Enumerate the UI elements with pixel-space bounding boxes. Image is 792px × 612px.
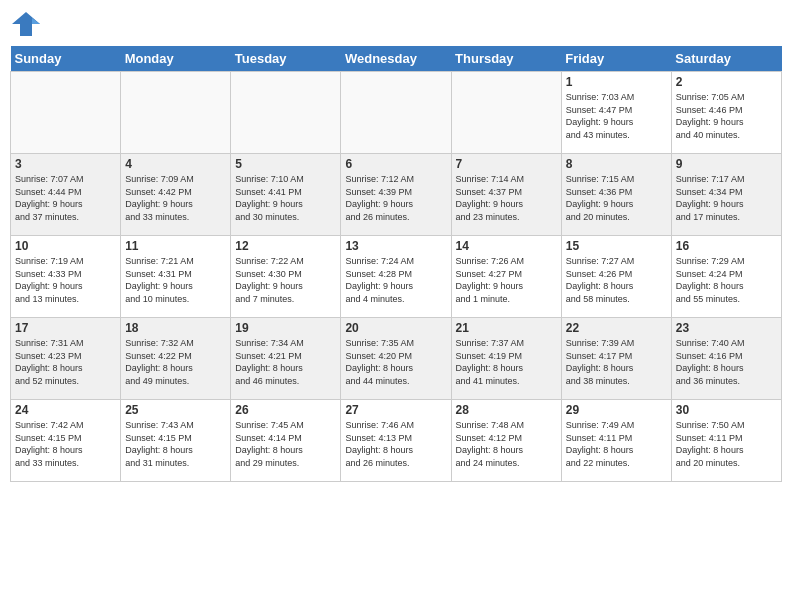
calendar-day-cell: 13Sunrise: 7:24 AM Sunset: 4:28 PM Dayli… — [341, 236, 451, 318]
day-number: 16 — [676, 239, 777, 253]
calendar-day-cell: 14Sunrise: 7:26 AM Sunset: 4:27 PM Dayli… — [451, 236, 561, 318]
day-number: 30 — [676, 403, 777, 417]
calendar-day-cell: 11Sunrise: 7:21 AM Sunset: 4:31 PM Dayli… — [121, 236, 231, 318]
calendar-day-cell: 4Sunrise: 7:09 AM Sunset: 4:42 PM Daylig… — [121, 154, 231, 236]
day-info: Sunrise: 7:17 AM Sunset: 4:34 PM Dayligh… — [676, 173, 777, 223]
day-info: Sunrise: 7:45 AM Sunset: 4:14 PM Dayligh… — [235, 419, 336, 469]
day-info: Sunrise: 7:14 AM Sunset: 4:37 PM Dayligh… — [456, 173, 557, 223]
calendar-day-cell: 1Sunrise: 7:03 AM Sunset: 4:47 PM Daylig… — [561, 72, 671, 154]
day-info: Sunrise: 7:19 AM Sunset: 4:33 PM Dayligh… — [15, 255, 116, 305]
day-info: Sunrise: 7:39 AM Sunset: 4:17 PM Dayligh… — [566, 337, 667, 387]
calendar-day-cell — [11, 72, 121, 154]
day-number: 13 — [345, 239, 446, 253]
calendar-day-cell: 23Sunrise: 7:40 AM Sunset: 4:16 PM Dayli… — [671, 318, 781, 400]
col-sunday: Sunday — [11, 46, 121, 72]
day-info: Sunrise: 7:24 AM Sunset: 4:28 PM Dayligh… — [345, 255, 446, 305]
day-number: 14 — [456, 239, 557, 253]
day-number: 11 — [125, 239, 226, 253]
day-number: 22 — [566, 321, 667, 335]
calendar-day-cell: 6Sunrise: 7:12 AM Sunset: 4:39 PM Daylig… — [341, 154, 451, 236]
day-number: 18 — [125, 321, 226, 335]
calendar-day-cell — [231, 72, 341, 154]
calendar-day-cell: 20Sunrise: 7:35 AM Sunset: 4:20 PM Dayli… — [341, 318, 451, 400]
calendar-day-cell: 29Sunrise: 7:49 AM Sunset: 4:11 PM Dayli… — [561, 400, 671, 482]
day-info: Sunrise: 7:07 AM Sunset: 4:44 PM Dayligh… — [15, 173, 116, 223]
calendar-day-cell: 18Sunrise: 7:32 AM Sunset: 4:22 PM Dayli… — [121, 318, 231, 400]
day-number: 17 — [15, 321, 116, 335]
day-info: Sunrise: 7:15 AM Sunset: 4:36 PM Dayligh… — [566, 173, 667, 223]
day-info: Sunrise: 7:09 AM Sunset: 4:42 PM Dayligh… — [125, 173, 226, 223]
day-number: 20 — [345, 321, 446, 335]
day-info: Sunrise: 7:03 AM Sunset: 4:47 PM Dayligh… — [566, 91, 667, 141]
calendar-day-cell: 7Sunrise: 7:14 AM Sunset: 4:37 PM Daylig… — [451, 154, 561, 236]
calendar-day-cell: 8Sunrise: 7:15 AM Sunset: 4:36 PM Daylig… — [561, 154, 671, 236]
calendar-week-row: 24Sunrise: 7:42 AM Sunset: 4:15 PM Dayli… — [11, 400, 782, 482]
calendar-day-cell: 2Sunrise: 7:05 AM Sunset: 4:46 PM Daylig… — [671, 72, 781, 154]
day-info: Sunrise: 7:37 AM Sunset: 4:19 PM Dayligh… — [456, 337, 557, 387]
day-number: 23 — [676, 321, 777, 335]
col-monday: Monday — [121, 46, 231, 72]
calendar-day-cell: 30Sunrise: 7:50 AM Sunset: 4:11 PM Dayli… — [671, 400, 781, 482]
calendar-day-cell: 27Sunrise: 7:46 AM Sunset: 4:13 PM Dayli… — [341, 400, 451, 482]
day-number: 27 — [345, 403, 446, 417]
calendar-day-cell: 26Sunrise: 7:45 AM Sunset: 4:14 PM Dayli… — [231, 400, 341, 482]
day-number: 15 — [566, 239, 667, 253]
day-info: Sunrise: 7:05 AM Sunset: 4:46 PM Dayligh… — [676, 91, 777, 141]
day-info: Sunrise: 7:40 AM Sunset: 4:16 PM Dayligh… — [676, 337, 777, 387]
day-info: Sunrise: 7:22 AM Sunset: 4:30 PM Dayligh… — [235, 255, 336, 305]
day-number: 4 — [125, 157, 226, 171]
day-info: Sunrise: 7:42 AM Sunset: 4:15 PM Dayligh… — [15, 419, 116, 469]
day-number: 21 — [456, 321, 557, 335]
day-number: 9 — [676, 157, 777, 171]
calendar-day-cell: 19Sunrise: 7:34 AM Sunset: 4:21 PM Dayli… — [231, 318, 341, 400]
day-number: 5 — [235, 157, 336, 171]
logo-icon — [10, 10, 42, 38]
logo — [10, 10, 46, 38]
calendar-day-cell — [121, 72, 231, 154]
calendar-week-row: 17Sunrise: 7:31 AM Sunset: 4:23 PM Dayli… — [11, 318, 782, 400]
day-number: 29 — [566, 403, 667, 417]
calendar-day-cell: 15Sunrise: 7:27 AM Sunset: 4:26 PM Dayli… — [561, 236, 671, 318]
day-number: 26 — [235, 403, 336, 417]
calendar-week-row: 10Sunrise: 7:19 AM Sunset: 4:33 PM Dayli… — [11, 236, 782, 318]
day-info: Sunrise: 7:10 AM Sunset: 4:41 PM Dayligh… — [235, 173, 336, 223]
day-info: Sunrise: 7:49 AM Sunset: 4:11 PM Dayligh… — [566, 419, 667, 469]
calendar-day-cell: 25Sunrise: 7:43 AM Sunset: 4:15 PM Dayli… — [121, 400, 231, 482]
day-info: Sunrise: 7:48 AM Sunset: 4:12 PM Dayligh… — [456, 419, 557, 469]
page-header — [10, 10, 782, 38]
calendar-header-row: Sunday Monday Tuesday Wednesday Thursday… — [11, 46, 782, 72]
day-number: 10 — [15, 239, 116, 253]
day-info: Sunrise: 7:27 AM Sunset: 4:26 PM Dayligh… — [566, 255, 667, 305]
day-info: Sunrise: 7:21 AM Sunset: 4:31 PM Dayligh… — [125, 255, 226, 305]
calendar-day-cell: 22Sunrise: 7:39 AM Sunset: 4:17 PM Dayli… — [561, 318, 671, 400]
day-number: 28 — [456, 403, 557, 417]
calendar-day-cell: 10Sunrise: 7:19 AM Sunset: 4:33 PM Dayli… — [11, 236, 121, 318]
day-info: Sunrise: 7:29 AM Sunset: 4:24 PM Dayligh… — [676, 255, 777, 305]
col-saturday: Saturday — [671, 46, 781, 72]
day-number: 8 — [566, 157, 667, 171]
calendar-day-cell: 16Sunrise: 7:29 AM Sunset: 4:24 PM Dayli… — [671, 236, 781, 318]
day-number: 24 — [15, 403, 116, 417]
day-info: Sunrise: 7:43 AM Sunset: 4:15 PM Dayligh… — [125, 419, 226, 469]
calendar-day-cell: 12Sunrise: 7:22 AM Sunset: 4:30 PM Dayli… — [231, 236, 341, 318]
calendar-day-cell: 3Sunrise: 7:07 AM Sunset: 4:44 PM Daylig… — [11, 154, 121, 236]
col-wednesday: Wednesday — [341, 46, 451, 72]
calendar-day-cell — [451, 72, 561, 154]
day-number: 12 — [235, 239, 336, 253]
day-number: 2 — [676, 75, 777, 89]
calendar-day-cell: 5Sunrise: 7:10 AM Sunset: 4:41 PM Daylig… — [231, 154, 341, 236]
calendar-day-cell: 28Sunrise: 7:48 AM Sunset: 4:12 PM Dayli… — [451, 400, 561, 482]
col-thursday: Thursday — [451, 46, 561, 72]
calendar-day-cell: 24Sunrise: 7:42 AM Sunset: 4:15 PM Dayli… — [11, 400, 121, 482]
calendar-day-cell: 21Sunrise: 7:37 AM Sunset: 4:19 PM Dayli… — [451, 318, 561, 400]
calendar-day-cell: 17Sunrise: 7:31 AM Sunset: 4:23 PM Dayli… — [11, 318, 121, 400]
day-info: Sunrise: 7:50 AM Sunset: 4:11 PM Dayligh… — [676, 419, 777, 469]
calendar-day-cell — [341, 72, 451, 154]
day-number: 6 — [345, 157, 446, 171]
day-info: Sunrise: 7:26 AM Sunset: 4:27 PM Dayligh… — [456, 255, 557, 305]
col-friday: Friday — [561, 46, 671, 72]
col-tuesday: Tuesday — [231, 46, 341, 72]
day-number: 25 — [125, 403, 226, 417]
day-info: Sunrise: 7:34 AM Sunset: 4:21 PM Dayligh… — [235, 337, 336, 387]
day-info: Sunrise: 7:46 AM Sunset: 4:13 PM Dayligh… — [345, 419, 446, 469]
